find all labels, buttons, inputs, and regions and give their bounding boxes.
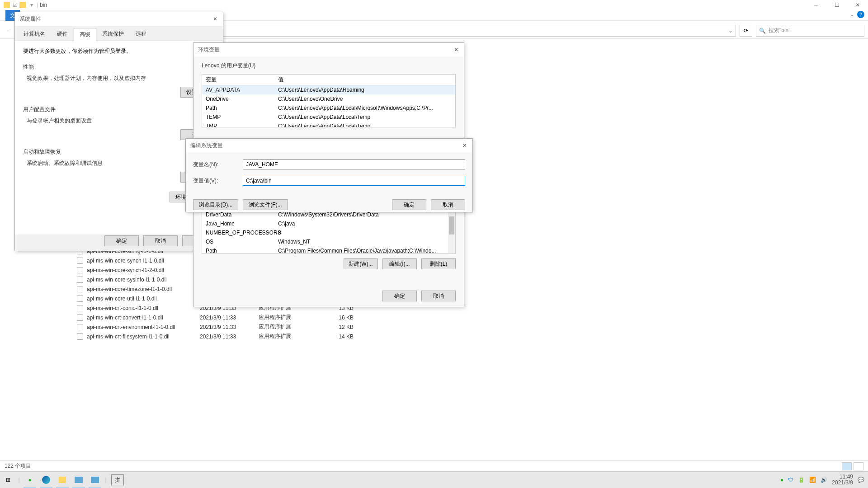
file-icon <box>77 324 83 330</box>
profile-title: 用户配置文件 <box>23 106 215 113</box>
value-label: 变量值(V): <box>193 177 243 185</box>
list-item[interactable]: api-ms-win-crt-filesystem-l1-1-0.dll2021… <box>77 332 354 341</box>
tab-系统保护[interactable]: 系统保护 <box>96 28 130 41</box>
browse-dir-button[interactable]: 浏览目录(D)... <box>193 199 238 210</box>
file-icon <box>77 314 83 321</box>
folder-icon <box>4 2 10 8</box>
close-icon[interactable]: ✕ <box>460 141 470 150</box>
system-tray[interactable]: ● 🛡 🔋 📶 🔊 11:49 2021/3/9 💬 <box>780 474 864 486</box>
tab-计算机名[interactable]: 计算机名 <box>18 28 51 41</box>
edit-button[interactable]: 编辑(I)... <box>382 258 417 269</box>
scrollbar[interactable] <box>448 210 455 253</box>
table-row[interactable]: AV_APPDATAC:\Users\Lenovo\AppData\Roamin… <box>202 85 455 94</box>
list-item[interactable]: api-ms-win-crt-convert-l1-1-0.dll2021/3/… <box>77 313 354 322</box>
table-row[interactable]: PathC:\Users\Lenovo\AppData\Local\Micros… <box>202 103 455 113</box>
window-controls: ─ ☐ ✕ <box>806 0 868 10</box>
profile-desc: 与登录帐户相关的桌面设置 <box>23 117 215 125</box>
table-row[interactable]: OneDriveC:\Users\Lenovo\OneDrive <box>202 94 455 103</box>
ok-button[interactable]: 确定 <box>104 235 139 246</box>
close-icon[interactable]: ✕ <box>210 14 220 24</box>
file-icon <box>77 333 83 340</box>
tab-硬件[interactable]: 硬件 <box>51 28 74 41</box>
titlebar: ☑ ▾ | bin <box>0 0 868 10</box>
variable-name-input[interactable] <box>243 160 465 169</box>
task-divider: | <box>16 472 22 488</box>
statusbar: 122 个项目 <box>0 460 868 471</box>
edit-variable-dialog: 编辑系统变量 ✕ 变量名(N): 变量值(V): 浏览目录(D)... 浏览文件… <box>185 138 473 212</box>
taskbar: ⊞ | ● | 拼 ● 🛡 🔋 📶 🔊 11:49 2021/3/9 💬 <box>0 471 868 488</box>
app-icon-1[interactable] <box>71 472 87 488</box>
tab-远程[interactable]: 远程 <box>130 28 152 41</box>
wifi-icon[interactable]: 📶 <box>809 477 816 483</box>
app-icon-2[interactable] <box>87 472 103 488</box>
table-row[interactable]: OSWindows_NT <box>202 237 455 246</box>
view-large-icon[interactable] <box>854 462 863 470</box>
cancel-button[interactable]: 取消 <box>431 199 465 210</box>
file-icon <box>77 267 83 273</box>
table-row[interactable]: TEMPC:\Users\Lenovo\AppData\Local\Temp <box>202 113 455 122</box>
dialog-title: 编辑系统变量 <box>186 139 472 152</box>
dialog-title: 系统属性 <box>15 12 223 26</box>
file-icon <box>77 277 83 283</box>
ok-button[interactable]: 确定 <box>392 199 426 210</box>
item-count: 122 个项目 <box>5 462 31 470</box>
refresh-button[interactable]: ⟳ <box>740 25 752 37</box>
file-icon <box>77 305 83 311</box>
user-vars-title: Lenovo 的用户变量(U) <box>202 62 456 70</box>
explorer-icon[interactable] <box>54 472 71 488</box>
new-button[interactable]: 新建(W)... <box>344 258 378 269</box>
close-button[interactable]: ✕ <box>847 0 868 10</box>
volume-icon[interactable]: 🔊 <box>821 477 827 483</box>
window-title: bin <box>40 2 47 8</box>
perf-desc: 视觉效果，处理器计划，内存使用，以及虚拟内存 <box>23 75 215 82</box>
search-input[interactable]: 🔍搜索"bin" <box>756 25 864 37</box>
clock[interactable]: 11:49 2021/3/9 <box>832 474 853 486</box>
cancel-button[interactable]: 取消 <box>143 235 178 246</box>
notification-icon[interactable]: 💬 <box>858 477 864 483</box>
tab-高级[interactable]: 高级 <box>74 28 96 41</box>
folder-icon <box>19 2 26 8</box>
user-vars-table[interactable]: 变量值 AV_APPDATAC:\Users\Lenovo\AppData\Ro… <box>202 74 456 127</box>
battery-icon[interactable]: 🔋 <box>798 477 805 483</box>
name-label: 变量名(N): <box>193 161 243 169</box>
shield-icon[interactable]: 🛡 <box>788 477 793 483</box>
delete-button[interactable]: 删除(L) <box>421 258 456 269</box>
file-icon <box>77 286 83 292</box>
edge-icon[interactable] <box>38 472 54 488</box>
system-vars-table[interactable]: DriverDataC:\Windows\System32\Drivers\Dr… <box>202 210 456 254</box>
file-icon <box>77 258 83 264</box>
chevron-down-icon[interactable]: ⌄ <box>850 11 854 18</box>
file-icon <box>77 296 83 302</box>
browse-file-button[interactable]: 浏览文件(F)... <box>243 199 288 210</box>
start-button[interactable]: ⊞ <box>0 472 16 488</box>
cancel-button[interactable]: 取消 <box>421 291 456 301</box>
table-row[interactable]: TMPC:\Users\Lenovo\AppData\Local\Temp <box>202 122 455 127</box>
list-item[interactable]: api-ms-win-crt-environment-l1-1-0.dll202… <box>77 322 354 332</box>
admin-note: 要进行大多数更改，你必须作为管理员登录。 <box>23 47 215 55</box>
tray-icon[interactable]: ● <box>780 477 783 483</box>
perf-title: 性能 <box>23 63 215 71</box>
task-divider: | <box>103 472 108 488</box>
tab-bar: 计算机名硬件高级系统保护远程 <box>15 26 223 41</box>
help-icon[interactable]: ? <box>857 11 864 18</box>
wechat-icon[interactable]: ● <box>22 472 38 488</box>
ok-button[interactable]: 确定 <box>382 291 417 301</box>
back-button[interactable]: ← <box>4 25 14 36</box>
view-details-icon[interactable] <box>842 462 852 470</box>
table-row[interactable]: Java_HomeC:\java <box>202 219 455 228</box>
table-row[interactable]: PathC:\Program Files\Common Files\Oracle… <box>202 246 455 254</box>
maximize-button[interactable]: ☐ <box>826 0 847 10</box>
minimize-button[interactable]: ─ <box>806 0 826 10</box>
table-row[interactable]: NUMBER_OF_PROCESSORS8 <box>202 228 455 237</box>
close-icon[interactable]: ✕ <box>451 45 461 55</box>
ime-button[interactable]: 拼 <box>111 474 124 485</box>
variable-value-input[interactable] <box>243 176 465 186</box>
dialog-title: 环境变量 <box>193 43 464 56</box>
